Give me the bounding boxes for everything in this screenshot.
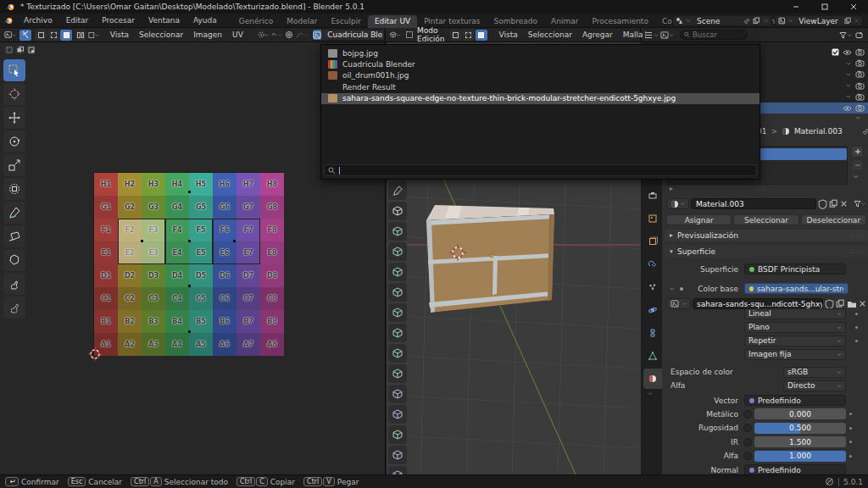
- close-icon[interactable]: [763, 18, 769, 24]
- dropdown-repetir[interactable]: Repetir: [744, 336, 846, 347]
- proportional-editing-icon[interactable]: [283, 30, 295, 41]
- chev-icon[interactable]: [845, 94, 852, 99]
- viewlayer-selector[interactable]: ViewLayer: [775, 15, 863, 26]
- chev-icon[interactable]: [845, 72, 852, 77]
- uv-grid-cell[interactable]: B5: [189, 310, 213, 333]
- uv-grid-cell[interactable]: D8: [260, 264, 284, 287]
- face-select-button[interactable]: [476, 30, 487, 41]
- app-menu-archivo[interactable]: Archivo: [17, 16, 59, 25]
- uv-grid-cell[interactable]: C6: [213, 287, 236, 310]
- uv-grid-cell[interactable]: C1: [94, 287, 118, 310]
- uv-grid-cell[interactable]: H5: [189, 173, 213, 196]
- uv-grid-cell[interactable]: D6: [213, 264, 236, 287]
- uv-grid-cell[interactable]: H6: [213, 173, 236, 196]
- animate-dot[interactable]: [855, 326, 858, 329]
- folder-icon[interactable]: [847, 300, 857, 308]
- uv-grid-cell[interactable]: D4: [165, 264, 189, 287]
- uv-island-select-button[interactable]: [75, 30, 86, 41]
- uv-menu-vista[interactable]: Vista: [105, 30, 134, 39]
- close-button[interactable]: [839, 0, 868, 14]
- eye-icon[interactable]: [843, 49, 852, 56]
- scene-selector[interactable]: Scene: [672, 15, 772, 26]
- decorator-circle[interactable]: [743, 452, 752, 460]
- edge-slide-tool-button[interactable]: [388, 405, 407, 424]
- move-tool-button[interactable]: [3, 107, 25, 129]
- animate-dot[interactable]: [855, 313, 858, 315]
- image-selector-field[interactable]: Cuadricula Ble: [312, 29, 385, 41]
- app-menu-procesar[interactable]: Procesar: [95, 16, 142, 25]
- maximize-button[interactable]: [810, 0, 839, 14]
- outliner-search-input[interactable]: [693, 30, 743, 39]
- animate-dot[interactable]: [849, 427, 852, 430]
- uv-grid-cell[interactable]: A2: [118, 333, 142, 356]
- outliner-scene-icon[interactable]: [659, 30, 675, 41]
- uv-sync-select-icon[interactable]: [4, 45, 14, 54]
- uv-grid-cell[interactable]: G4: [165, 196, 189, 219]
- workspace-tab[interactable]: Modelar: [280, 15, 324, 28]
- button-deseleccionar[interactable]: Deseleccionar: [801, 214, 866, 225]
- socket-expand-icon[interactable]: [669, 286, 675, 291]
- tab-viewlayer[interactable]: [643, 208, 662, 229]
- tab-output[interactable]: [643, 186, 662, 206]
- fake-user-shield-icon[interactable]: [825, 299, 834, 309]
- tab-object[interactable]: [643, 231, 662, 252]
- editor-type-image-icon[interactable]: [3, 30, 17, 41]
- image-type-dropdown[interactable]: [666, 298, 691, 309]
- copy-icon[interactable]: [753, 17, 760, 25]
- uv-grid-cell[interactable]: H4: [165, 173, 189, 196]
- transform-tool-button[interactable]: [3, 178, 25, 200]
- surface-shader-button[interactable]: BSDF Principista: [744, 263, 846, 274]
- close-icon[interactable]: [854, 18, 860, 24]
- app-menu-ayuda[interactable]: Ayuda: [186, 16, 224, 25]
- add-cube-tool-button[interactable]: [388, 222, 407, 241]
- tab-physics[interactable]: [643, 300, 662, 320]
- eye-icon[interactable]: [843, 105, 852, 112]
- rotate-tool-button[interactable]: [3, 130, 25, 152]
- add-slot-button[interactable]: [851, 146, 864, 158]
- slider-alfa[interactable]: 1.000: [754, 451, 846, 462]
- animate-dot[interactable]: [855, 340, 858, 342]
- alpha-mode-dropdown[interactable]: Directo: [783, 380, 846, 391]
- dropdown-item[interactable]: Render Result: [321, 81, 760, 92]
- poly-build-tool-button[interactable]: [388, 344, 407, 363]
- editor-type-3d-icon[interactable]: [389, 30, 401, 41]
- animate-dot[interactable]: [849, 413, 852, 415]
- uv-grid-cell[interactable]: G7: [236, 196, 260, 219]
- viewport-menu-seleccionar[interactable]: Seleccionar: [523, 30, 577, 39]
- uv-grid-cell[interactable]: D3: [142, 264, 165, 287]
- uv-grid-cell[interactable]: A3: [142, 333, 165, 356]
- bevel-tool-button[interactable]: [388, 283, 407, 302]
- annotate-tool-button[interactable]: [388, 181, 407, 200]
- uv-grid-cell[interactable]: B4: [165, 310, 189, 333]
- workspace-tab[interactable]: Genérico: [232, 15, 280, 28]
- grab-brush-tool-button[interactable]: [3, 249, 25, 271]
- workspace-tab[interactable]: Sombreado: [487, 15, 544, 28]
- camera-icon[interactable]: [855, 48, 865, 56]
- uv-grid-cell[interactable]: E1: [94, 241, 118, 264]
- button-asignar[interactable]: Asignar: [666, 214, 732, 225]
- measure-tool-button[interactable]: [388, 202, 407, 220]
- uv-grid-cell[interactable]: G1: [94, 196, 118, 219]
- tabs-overflow-chevron-icon[interactable]: [648, 391, 653, 396]
- copy-icon[interactable]: [844, 17, 852, 25]
- pin-icon[interactable]: [743, 18, 750, 25]
- uv-grid-cell[interactable]: A4: [165, 333, 189, 356]
- tab-particles[interactable]: [643, 277, 662, 297]
- rip-region-tool-button[interactable]: [3, 225, 25, 247]
- uv-grid-cell[interactable]: B3: [142, 310, 165, 333]
- app-menu-ventana[interactable]: Ventana: [142, 16, 186, 25]
- uv-grid-cell[interactable]: G6: [213, 196, 236, 219]
- uv-grid-cell[interactable]: F8: [260, 219, 284, 241]
- uv-grid-cell[interactable]: G2: [118, 196, 142, 219]
- camera-icon[interactable]: [855, 59, 865, 67]
- shear-tool-button[interactable]: [388, 446, 407, 464]
- uv-grid-cell[interactable]: C2: [118, 287, 142, 310]
- breadcrumb-material[interactable]: Material.003: [794, 127, 843, 136]
- vector-default-button[interactable]: Predefinido: [744, 395, 846, 406]
- uv-grid-cell[interactable]: B8: [260, 310, 284, 333]
- annotate-tool-button[interactable]: [3, 202, 25, 224]
- uv-grid-cell[interactable]: D2: [118, 264, 142, 287]
- uv-grid-cell[interactable]: B1: [94, 310, 118, 333]
- minimize-button[interactable]: [782, 0, 810, 14]
- expand-filter-icon[interactable]: [669, 186, 674, 191]
